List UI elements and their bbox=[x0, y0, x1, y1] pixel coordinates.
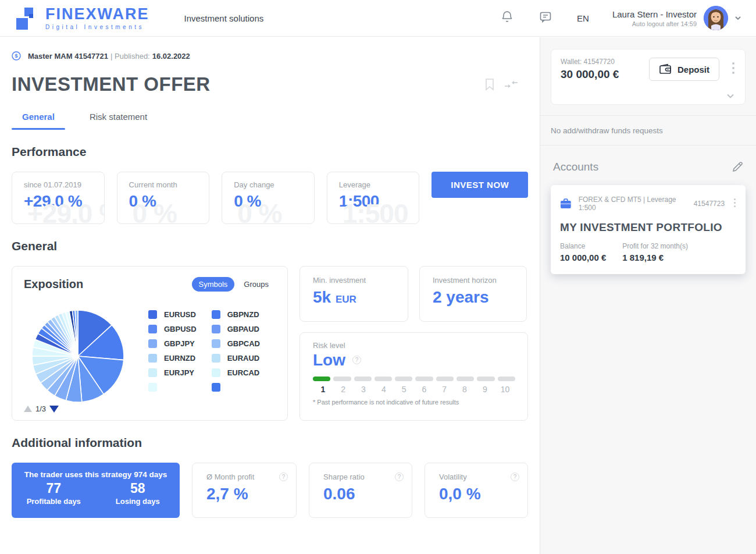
risk-level-value: Low bbox=[313, 351, 345, 370]
performance-card-value: 0 % bbox=[234, 192, 314, 211]
risk-segment bbox=[436, 377, 454, 381]
risk-segment bbox=[375, 377, 392, 381]
toggle-symbols[interactable]: Symbols bbox=[192, 277, 235, 292]
finexware-logo[interactable]: FINEXWARE Digital Investments bbox=[16, 6, 149, 30]
legend-symbol-label: EURNZD bbox=[164, 354, 195, 363]
legend-item bbox=[148, 383, 197, 392]
wallet-card: Wallet: 41547720 30 000,00 € Deposit bbox=[551, 49, 746, 105]
main-content: $ Master MAM 41547721 | Published: 16.02… bbox=[0, 37, 540, 554]
accounts-heading: Accounts bbox=[553, 161, 598, 173]
min-investment-unit: EUR bbox=[336, 294, 356, 305]
risk-segment bbox=[313, 377, 330, 381]
legend-symbol-label: GBPNZD bbox=[227, 310, 259, 319]
legend-color-chip bbox=[148, 310, 157, 319]
legend-item bbox=[212, 383, 260, 392]
bookmark-icon[interactable] bbox=[484, 78, 495, 91]
legend-item: EURCAD bbox=[212, 368, 260, 377]
legend-item: GBPCAD bbox=[212, 339, 260, 348]
tab-general[interactable]: General bbox=[12, 112, 65, 130]
compare-arrows-icon[interactable] bbox=[504, 79, 519, 90]
exposition-title: Exposition bbox=[24, 278, 83, 291]
legend-symbol-label: GBPAUD bbox=[227, 325, 259, 333]
exposition-pie-chart bbox=[31, 309, 125, 403]
legend-item: GBPUSD bbox=[148, 325, 197, 333]
min-investment-value: 5k bbox=[313, 288, 331, 306]
legend-item: GBPJPY bbox=[148, 339, 197, 348]
performance-card-label: Day change bbox=[234, 180, 314, 189]
performance-card: 0 %Current month0 % bbox=[117, 172, 210, 224]
wallet-icon bbox=[659, 63, 672, 75]
legend-color-chip bbox=[148, 383, 157, 392]
legend-item: EURAUD bbox=[212, 354, 260, 363]
metric-value: 0.06 bbox=[323, 485, 412, 503]
published-date: 16.02.2022 bbox=[152, 52, 190, 61]
risk-help-icon[interactable]: ? bbox=[352, 356, 361, 364]
notifications-button[interactable] bbox=[500, 10, 514, 26]
metric-help-icon[interactable]: ? bbox=[395, 473, 404, 481]
legend-color-chip bbox=[148, 354, 157, 363]
legend-color-chip bbox=[212, 354, 220, 363]
performance-card: +29,0 %since 01.07.2019+29,0 % bbox=[12, 172, 105, 224]
toggle-groups[interactable]: Groups bbox=[237, 277, 276, 292]
general-heading: General bbox=[12, 239, 528, 253]
risk-scale-number: 8 bbox=[455, 385, 475, 394]
legend-symbol-label: EURUSD bbox=[164, 310, 196, 319]
page-title: INVESTMENT OFFER bbox=[12, 73, 211, 95]
legend-color-chip bbox=[148, 325, 157, 333]
risk-segment bbox=[457, 377, 474, 381]
svg-text:$: $ bbox=[15, 53, 17, 59]
risk-scale-number: 3 bbox=[354, 385, 374, 394]
legend-item: GBPAUD bbox=[212, 325, 260, 333]
exposition-card: Exposition SymbolsGroups EURUSDGBPUSDGBP… bbox=[12, 266, 288, 421]
user-menu[interactable]: Laura Stern - Investor Auto logout after… bbox=[612, 9, 697, 27]
losing-days-label: Losing days bbox=[96, 497, 180, 506]
nav-investment-solutions[interactable]: Investment solutions bbox=[184, 13, 264, 23]
performance-card: 0 %Day change0 % bbox=[222, 172, 315, 224]
account-name: MY INVESTMENT PORTFOLIO bbox=[560, 221, 736, 234]
risk-level-label: Risk level bbox=[313, 341, 527, 350]
account-kebab-menu-icon[interactable] bbox=[734, 198, 736, 209]
account-balance-value: 10 000,00 € bbox=[560, 253, 606, 262]
metric-card: Volatility?0,0 % bbox=[425, 463, 528, 518]
account-type-line: FOREX & CFD MT5 | Leverage 1:500 bbox=[579, 196, 694, 212]
tab-risk-statement[interactable]: Risk statement bbox=[79, 112, 158, 130]
risk-scale-number: 2 bbox=[333, 385, 354, 394]
legend-page-up-icon[interactable] bbox=[24, 406, 32, 412]
legend-item: GBPNZD bbox=[212, 310, 260, 319]
legend-page-down-icon[interactable] bbox=[49, 406, 59, 413]
invest-now-button[interactable]: INVEST NOW bbox=[432, 172, 528, 198]
deposit-button[interactable]: Deposit bbox=[649, 58, 719, 81]
messages-button[interactable] bbox=[539, 10, 552, 26]
additional-heading: Additional information bbox=[12, 436, 528, 450]
risk-level-bar bbox=[313, 377, 515, 381]
bell-icon bbox=[500, 10, 514, 24]
language-selector[interactable]: EN bbox=[577, 13, 589, 23]
risk-segment bbox=[354, 377, 372, 381]
avatar[interactable] bbox=[704, 6, 728, 30]
edit-accounts-pencil-icon[interactable] bbox=[732, 161, 743, 173]
legend-item: EURUSD bbox=[148, 310, 197, 319]
performance-card-label: Leverage bbox=[339, 180, 419, 189]
right-sidebar: Wallet: 41547720 30 000,00 € Deposit No … bbox=[540, 37, 756, 554]
logo-subtitle: Digital Investments bbox=[45, 24, 149, 30]
metric-help-icon[interactable]: ? bbox=[279, 473, 288, 481]
chat-icon bbox=[539, 10, 552, 24]
account-id: 41547723 bbox=[694, 200, 725, 208]
metric-help-icon[interactable]: ? bbox=[511, 473, 519, 481]
legend-color-chip bbox=[212, 339, 220, 348]
account-card[interactable]: FOREX & CFD MT5 | Leverage 1:500 4154772… bbox=[551, 185, 746, 274]
deposit-label: Deposit bbox=[677, 65, 709, 74]
risk-scale-number: 10 bbox=[495, 385, 515, 394]
wallet-kebab-menu-icon[interactable] bbox=[732, 62, 734, 76]
user-name: Laura Stern - Investor bbox=[612, 9, 697, 19]
top-header: FINEXWARE Digital Investments Investment… bbox=[0, 0, 756, 37]
user-chevron-down-icon[interactable] bbox=[734, 14, 742, 22]
metric-card: Ø Month profit?2,7 % bbox=[192, 463, 297, 518]
performance-card-value: 1:500 bbox=[339, 192, 419, 211]
legend-symbol-label: GBPUSD bbox=[164, 325, 197, 333]
account-profit-value: 1 819,19 € bbox=[622, 253, 688, 262]
legend-symbol-label: GBPJPY bbox=[164, 339, 195, 348]
legend-pagination: 1/3 bbox=[35, 404, 46, 413]
legend-symbol-label: EURJPY bbox=[164, 368, 194, 377]
wallet-expand-chevron-icon[interactable] bbox=[725, 93, 736, 100]
